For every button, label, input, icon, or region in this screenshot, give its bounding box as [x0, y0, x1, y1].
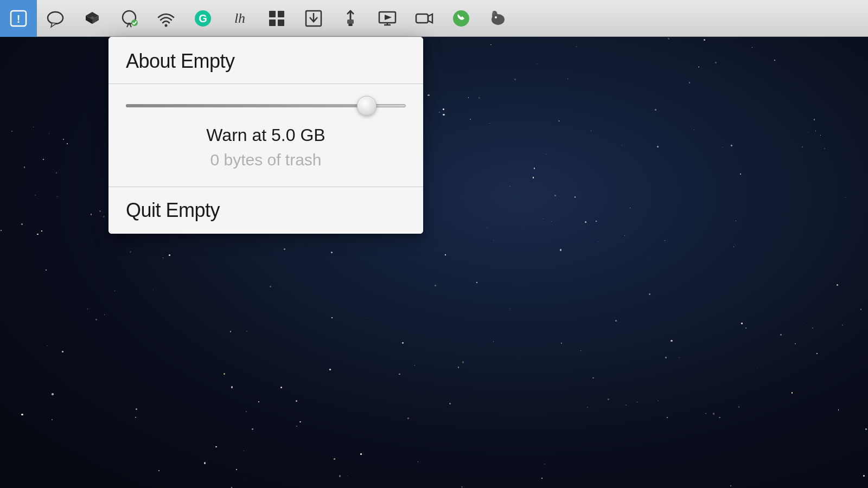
svg-point-35 — [493, 11, 495, 15]
quit-empty-menu-item[interactable]: Quit Empty — [108, 187, 423, 234]
slider-section: Warn at 5.0 GB 0 bytes of trash — [108, 84, 423, 187]
grammarly-menubar-icon[interactable]: G — [184, 0, 221, 37]
svg-rect-24 — [347, 20, 354, 24]
svg-rect-18 — [278, 20, 284, 26]
camera-icon-svg — [414, 9, 434, 28]
dropbox-menubar-icon[interactable] — [74, 0, 111, 37]
svg-rect-17 — [269, 20, 276, 26]
svg-marker-3 — [51, 23, 56, 27]
warn-label: Warn at 5.0 GB — [126, 125, 406, 145]
about-empty-menu-item[interactable]: About Empty — [108, 37, 423, 84]
dropdown-menu: About Empty Warn at 5.0 GB 0 bytes of tr… — [108, 37, 423, 234]
screen-share-menubar-icon[interactable] — [369, 0, 406, 37]
screen-icon-svg — [378, 9, 397, 28]
trash-size-label: 0 bytes of trash — [126, 151, 406, 169]
growl-icon-svg — [119, 9, 139, 28]
grid-icon-svg — [267, 9, 286, 28]
letterspace-menubar-icon[interactable]: lh — [221, 0, 258, 37]
facetime-menubar-icon[interactable] — [406, 0, 443, 37]
messages-menubar-icon[interactable] — [37, 0, 74, 37]
svg-text:!: ! — [17, 13, 21, 25]
phone-menubar-icon[interactable] — [443, 0, 480, 37]
dropbox-icon-svg — [82, 9, 102, 28]
empty-trash-menubar-icon[interactable]: ! — [0, 0, 37, 37]
svg-point-2 — [48, 12, 63, 24]
grammarly-icon-svg: G — [193, 9, 213, 28]
svg-rect-16 — [278, 11, 284, 17]
slider-fill — [126, 104, 367, 107]
svg-rect-30 — [416, 14, 428, 23]
menubar: ! — [0, 0, 868, 37]
letterspace-icon-text: lh — [234, 10, 245, 27]
warn-slider-thumb[interactable] — [357, 96, 376, 115]
wifi-menubar-icon[interactable] — [148, 0, 184, 37]
svg-rect-15 — [269, 11, 276, 17]
quit-empty-label: Quit Empty — [126, 199, 220, 221]
grid-menubar-icon[interactable] — [258, 0, 295, 37]
svg-point-12 — [165, 24, 168, 27]
svg-marker-29 — [385, 15, 392, 20]
phone-icon-svg — [451, 9, 471, 28]
clean-menubar-icon[interactable] — [332, 0, 369, 37]
about-empty-label: About Empty — [126, 50, 235, 72]
growl-menubar-icon[interactable] — [111, 0, 148, 37]
svg-rect-25 — [348, 24, 353, 26]
svg-marker-31 — [428, 14, 432, 23]
messages-icon-svg — [46, 9, 65, 28]
download-menubar-icon[interactable] — [295, 0, 332, 37]
svg-text:G: G — [199, 12, 207, 24]
warn-slider-container — [126, 99, 406, 112]
svg-point-36 — [495, 16, 497, 18]
evernote-icon-svg — [488, 9, 508, 28]
download-icon-svg — [304, 9, 323, 28]
trash-icon-svg: ! — [9, 9, 28, 28]
wifi-icon-svg — [156, 9, 176, 28]
evernote-menubar-icon[interactable] — [480, 0, 516, 37]
brush-icon-svg — [341, 9, 360, 28]
